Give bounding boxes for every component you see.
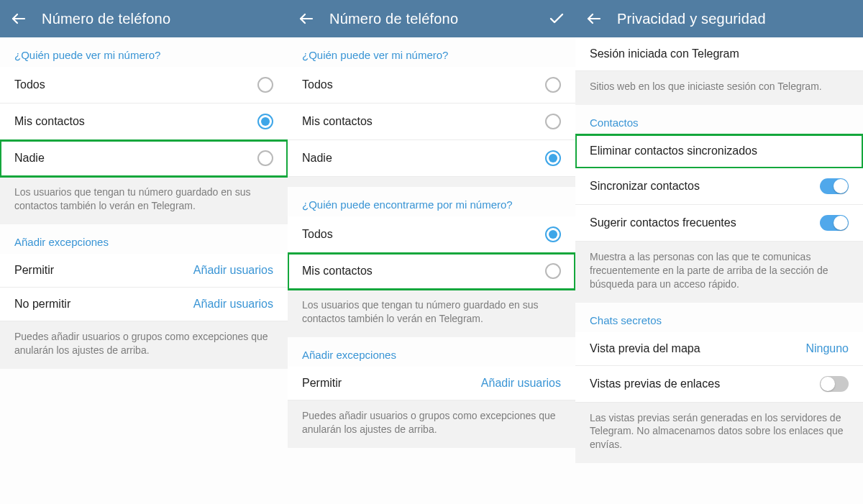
header: Número de teléfono: [0, 0, 288, 37]
check-icon[interactable]: [548, 10, 565, 27]
row-label: Sincronizar contactos: [590, 180, 820, 193]
option-label: Mis contactos: [302, 265, 545, 278]
option-label: Mis contactos: [14, 115, 257, 128]
who-can-see-note: Los usuarios que tengan tu número guarda…: [288, 290, 575, 337]
header-title: Número de teléfono: [42, 11, 278, 27]
option-find-everyone[interactable]: Todos: [288, 216, 575, 253]
row-label: Eliminar contactos sincronizados: [590, 145, 849, 157]
exceptions-note: Puedes añadir usuarios o grupos como exc…: [288, 400, 575, 448]
section-add-exceptions: Añadir excepciones: [0, 224, 288, 254]
option-label: Todos: [14, 78, 257, 91]
session-note: Sitios web en los que iniciaste sesión c…: [575, 71, 863, 105]
option-nobody[interactable]: Nadie: [288, 140, 575, 177]
section-who-can-see: ¿Quién puede ver mi número?: [0, 37, 288, 67]
section-who-can-see: ¿Quién puede ver mi número?: [288, 37, 575, 67]
section-contacts: Contactos: [575, 105, 863, 134]
back-icon[interactable]: [298, 10, 315, 27]
row-link-previews[interactable]: Vistas previas de enlaces: [575, 366, 863, 403]
header-title: Privacidad y seguridad: [617, 11, 853, 27]
row-label: Vistas previas de enlaces: [590, 377, 820, 390]
row-suggest-frequent[interactable]: Sugerir contactos frecuentes: [575, 205, 863, 242]
row-map-preview[interactable]: Vista previa del mapa Ninguno: [575, 332, 863, 366]
header: Privacidad y seguridad: [575, 0, 863, 37]
section-who-can-find: ¿Quién puede encontrarme por mi número?: [288, 187, 575, 216]
exception-label: Permitir: [302, 377, 481, 390]
option-nobody[interactable]: Nadie: [0, 140, 288, 177]
header: Número de teléfono: [288, 0, 575, 37]
radio-icon: [545, 77, 561, 93]
toggle-suggest-frequent[interactable]: [820, 215, 849, 231]
row-sync-contacts[interactable]: Sincronizar contactos: [575, 168, 863, 205]
option-everyone[interactable]: Todos: [0, 67, 288, 104]
radio-icon: [545, 150, 561, 166]
screen-privacy-security: Privacidad y seguridad Sesión iniciada c…: [575, 0, 863, 504]
exception-allow[interactable]: Permitir Añadir usuarios: [288, 367, 575, 400]
radio-icon: [545, 226, 561, 242]
header-title: Número de teléfono: [329, 11, 534, 27]
exception-deny[interactable]: No permitir Añadir usuarios: [0, 288, 288, 321]
screen-phone-number-2: Número de teléfono ¿Quién puede ver mi n…: [288, 0, 575, 504]
row-session-telegram[interactable]: Sesión iniciada con Telegram: [575, 37, 863, 71]
who-can-see-note: Los usuarios que tengan tu número guarda…: [0, 177, 288, 224]
radio-icon: [257, 77, 273, 93]
row-delete-synced-contacts[interactable]: Eliminar contactos sincronizados: [575, 134, 863, 168]
exception-allow[interactable]: Permitir Añadir usuarios: [0, 254, 288, 288]
option-label: Mis contactos: [302, 115, 545, 128]
link-previews-note: Las vistas previas serán generadas en lo…: [575, 403, 863, 464]
add-users-link: Añadir usuarios: [193, 298, 273, 311]
toggle-link-previews[interactable]: [820, 376, 849, 392]
screen-phone-number-1: Número de teléfono ¿Quién puede ver mi n…: [0, 0, 288, 504]
section-secret-chats: Chats secretos: [575, 303, 863, 332]
radio-icon: [545, 263, 561, 279]
section-add-exceptions: Añadir excepciones: [288, 337, 575, 367]
row-label: Vista previa del mapa: [590, 342, 805, 355]
radio-icon: [545, 114, 561, 129]
option-label: Todos: [302, 78, 545, 91]
option-label: Todos: [302, 228, 545, 241]
suggest-note: Muestra a las personas con las que te co…: [575, 242, 863, 303]
section-separator: [288, 177, 575, 187]
row-label: Sesión iniciada con Telegram: [590, 47, 849, 60]
back-icon[interactable]: [10, 10, 27, 27]
row-value: Ninguno: [805, 342, 849, 355]
option-everyone[interactable]: Todos: [288, 67, 575, 104]
option-my-contacts[interactable]: Mis contactos: [0, 104, 288, 140]
exceptions-note: Puedes añadir usuarios o grupos como exc…: [0, 321, 288, 369]
option-my-contacts[interactable]: Mis contactos: [288, 104, 575, 140]
add-users-link: Añadir usuarios: [193, 264, 273, 277]
option-label: Nadie: [302, 152, 545, 165]
exception-label: Permitir: [14, 264, 193, 277]
radio-icon: [257, 150, 273, 166]
toggle-sync-contacts[interactable]: [820, 178, 849, 194]
back-icon[interactable]: [585, 10, 603, 27]
option-label: Nadie: [14, 152, 257, 165]
add-users-link: Añadir usuarios: [481, 377, 561, 390]
row-label: Sugerir contactos frecuentes: [590, 216, 820, 229]
option-find-my-contacts[interactable]: Mis contactos: [288, 253, 575, 290]
exception-label: No permitir: [14, 298, 193, 311]
radio-icon: [257, 114, 273, 129]
